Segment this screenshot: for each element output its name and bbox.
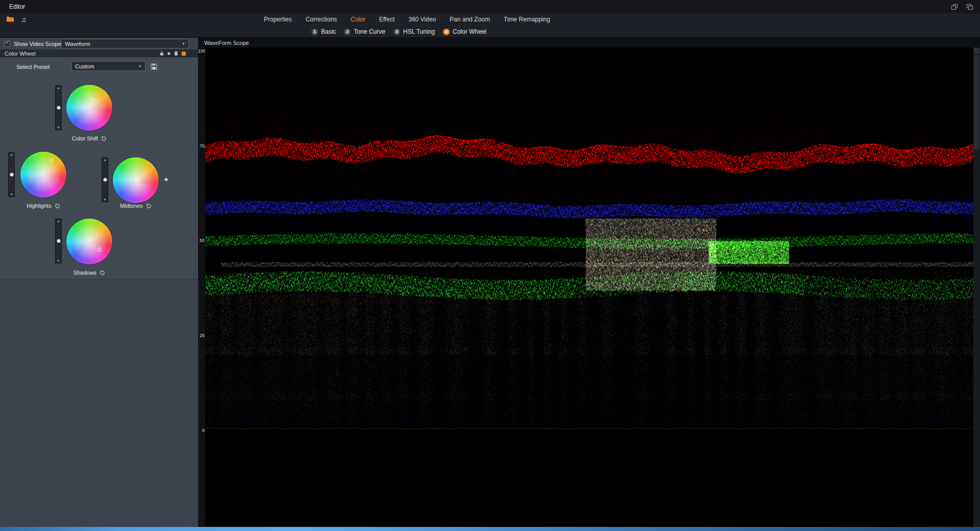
toolbar-left-icons: ♫ xyxy=(6,13,27,26)
axis-label-75: 75 xyxy=(198,143,205,149)
detach-panel-icon[interactable] xyxy=(967,4,973,10)
subtab-color-wheel[interactable]: 4 Color Wheel xyxy=(443,28,486,35)
lock-icon[interactable] xyxy=(160,51,164,57)
slider-up-arrow[interactable]: ▲ xyxy=(57,220,60,223)
subtab-tone-curve[interactable]: 2 Tone Curve xyxy=(344,28,385,35)
tab-properties[interactable]: Properties xyxy=(264,16,292,23)
midtones-label-row: Midtones xyxy=(105,203,166,209)
slider-down-arrow[interactable]: ▼ xyxy=(57,259,60,262)
scope-header: WaveForm Scope xyxy=(198,38,980,47)
horizontal-scrollbar[interactable] xyxy=(0,527,980,531)
wheel-label: Midtones xyxy=(120,203,143,209)
media-folder-icon[interactable] xyxy=(6,15,14,24)
scope-type-dropdown[interactable]: Waveform ▼ xyxy=(61,39,189,49)
subtab-tone-curve-label: Tone Curve xyxy=(354,28,385,35)
highlights-label-row: Highlights xyxy=(13,203,74,209)
tab-color[interactable]: Color xyxy=(351,16,365,23)
audio-note-icon[interactable]: ♫ xyxy=(21,16,27,23)
scope-type-value: Waveform xyxy=(65,41,90,47)
shadows-label-row: Shadows xyxy=(59,270,120,276)
show-scope-row: ✓ Show Video Scope Waveform ▼ xyxy=(0,38,198,50)
slider-down-arrow[interactable]: ▼ xyxy=(104,198,107,201)
preset-value: Custom xyxy=(75,63,94,69)
subtab-hsl-tuning-label: HSL Tuning xyxy=(403,28,435,35)
axis-label-0: 0 xyxy=(198,428,205,433)
color-shift-brightness-slider[interactable]: ▲ ▼ xyxy=(55,85,62,130)
chevron-down-icon: ▼ xyxy=(182,42,185,45)
color-wheel-controls: Select Preset Custom ▼ ▲ ▼ Color Shift xyxy=(0,57,198,279)
preset-dropdown[interactable]: Custom ▼ xyxy=(71,61,145,71)
shadows-indicator[interactable] xyxy=(97,248,102,252)
tab-time-remapping[interactable]: Time Remapping xyxy=(504,16,550,23)
toolbar: ♫ Properties Corrections Color Effect 36… xyxy=(0,13,980,26)
section-title: Color Wheel xyxy=(5,51,36,57)
slider-up-arrow[interactable]: ▲ xyxy=(104,158,107,161)
trash-icon[interactable] xyxy=(174,51,178,57)
titlebar: Editor xyxy=(0,0,980,13)
midtones-indicator[interactable] xyxy=(135,178,139,182)
slider-up-arrow[interactable]: ▲ xyxy=(57,86,60,89)
section-header-icons: ◆ xyxy=(160,51,186,57)
save-preset-button[interactable] xyxy=(149,61,159,71)
panel-empty-area xyxy=(0,280,198,527)
midtones-brightness-slider[interactable]: ▲ ▼ xyxy=(102,157,108,202)
subtab-basic[interactable]: 1 Basic xyxy=(311,28,336,35)
slider-up-arrow[interactable]: ▲ xyxy=(10,153,13,156)
highlights-brightness-slider[interactable]: ▲ ▼ xyxy=(8,152,15,197)
axis-label-50: 50 xyxy=(198,238,205,243)
color-shift-indicator[interactable] xyxy=(91,98,95,102)
window-title: Editor xyxy=(9,3,25,10)
slider-knob[interactable] xyxy=(57,106,60,110)
waveform-scope-panel: WaveForm Scope 100 75 50 25 0 xyxy=(198,38,980,527)
highlights-wheel[interactable] xyxy=(20,152,66,198)
wheel-label: Highlights xyxy=(27,203,51,209)
slider-knob[interactable] xyxy=(10,173,13,177)
wheel-label: Color Shift xyxy=(72,135,98,141)
shadows-brightness-slider[interactable]: ▲ ▼ xyxy=(55,219,62,263)
tab-effect[interactable]: Effect xyxy=(379,16,395,23)
slider-down-arrow[interactable]: ▼ xyxy=(57,126,60,129)
floppy-disk-icon xyxy=(151,63,157,70)
midtones-wheel[interactable] xyxy=(113,157,159,203)
reset-icon[interactable] xyxy=(101,136,107,141)
reset-icon[interactable] xyxy=(100,270,105,276)
shadows-wheel[interactable] xyxy=(66,219,112,264)
show-video-scope-checkbox[interactable]: ✓ xyxy=(4,41,10,47)
subtab-color-wheel-badge: 4 xyxy=(443,29,450,35)
color-wheel-section-header[interactable]: Color Wheel ◆ xyxy=(0,50,198,57)
scroll-up-button[interactable] xyxy=(974,48,979,54)
highlights-indicator[interactable] xyxy=(50,158,54,162)
titlebar-icons xyxy=(951,4,973,10)
scrollbar-thumb[interactable] xyxy=(974,55,979,150)
show-video-scope-label: Show Video Scope xyxy=(14,41,61,47)
slider-knob[interactable] xyxy=(57,239,60,243)
color-shift-wheel[interactable] xyxy=(66,85,112,131)
main-tabs: Properties Corrections Color Effect 360 … xyxy=(264,13,550,26)
color-subtabs-bar: 1 Basic 2 Tone Curve 3 HSL Tuning 4 Colo… xyxy=(0,26,980,38)
select-preset-label: Select Preset xyxy=(16,64,50,70)
axis-label-25: 25 xyxy=(198,333,205,338)
vertical-scrollbar[interactable] xyxy=(973,47,980,527)
axis-label-100: 100 xyxy=(198,49,205,54)
subtab-basic-badge: 1 xyxy=(311,29,318,35)
slider-down-arrow[interactable]: ▼ xyxy=(10,193,13,196)
midtones-diamond-handle[interactable]: ◆ xyxy=(164,177,168,182)
subtab-hsl-tuning[interactable]: 3 HSL Tuning xyxy=(394,28,435,35)
reset-icon[interactable] xyxy=(55,203,60,209)
subtab-tone-curve-badge: 2 xyxy=(344,29,351,35)
subtab-hsl-tuning-badge: 3 xyxy=(394,29,400,35)
tab-corrections[interactable]: Corrections xyxy=(306,16,337,23)
waveform-canvas xyxy=(205,47,973,527)
wheel-label: Shadows xyxy=(74,270,96,276)
slider-knob[interactable] xyxy=(103,178,107,182)
restore-window-icon[interactable] xyxy=(951,4,958,10)
chevron-down-icon: ▼ xyxy=(138,64,142,68)
tab-360-video[interactable]: 360 Video xyxy=(408,16,436,23)
color-wheel-panel: ✓ Show Video Scope Waveform ▼ Color Whee… xyxy=(0,38,198,527)
reset-icon[interactable] xyxy=(146,203,152,209)
subtab-color-wheel-label: Color Wheel xyxy=(453,28,486,35)
tab-pan-and-zoom[interactable]: Pan and Zoom xyxy=(450,16,490,23)
checkmark-icon: ✓ xyxy=(5,38,10,46)
subtab-basic-label: Basic xyxy=(321,28,336,35)
keyframe-diamond-icon[interactable]: ◆ xyxy=(167,52,170,56)
